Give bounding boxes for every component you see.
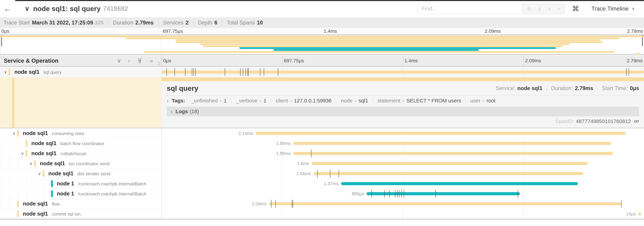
view-selector-button[interactable]: Trace Timeline ∨ (586, 3, 640, 15)
span-id-value: 4877749850101760812 (576, 118, 631, 124)
span-bar[interactable] (269, 202, 622, 205)
logs-count: (18) (190, 108, 199, 114)
page-title: node sql1: sql query (33, 5, 100, 13)
summary-item: Depth6 (193, 20, 222, 26)
back-button[interactable]: ← (0, 0, 15, 17)
tag-key: node (341, 98, 352, 104)
span-bar[interactable] (341, 182, 578, 185)
timeline-cell[interactable]: 1.6ms (162, 158, 644, 168)
span-labels: node 1/cockroach.roachpb.Internal/Batch (57, 191, 161, 197)
log-marker (339, 170, 339, 178)
timeline-cell[interactable] (162, 67, 644, 77)
logs-section-toggle[interactable]: › Logs (18) (167, 107, 639, 116)
span-row[interactable]: ∨node sql1colbatchscan1.85ms (0, 148, 644, 158)
deep-link-icon[interactable] (634, 119, 639, 124)
timeline-cell[interactable]: 2.14ms (162, 128, 644, 138)
chevron-down-icon[interactable]: ∨ (29, 161, 32, 166)
equals-sign: = (482, 98, 485, 104)
span-id-row: SpanID: 4877749850101760812 (167, 116, 639, 126)
tags-list: _unfinished=1_verbose=1client=127.0.0.1:… (186, 98, 500, 104)
chevron-down-icon[interactable]: ∨ (12, 131, 16, 136)
timeline-cell[interactable]: 886μs (162, 189, 644, 199)
log-marker (372, 190, 372, 198)
span-color-bar (26, 150, 28, 157)
timeline-cell[interactable]: 2.04ms (162, 199, 644, 209)
indent-guide (10, 179, 10, 188)
minimap-canvas[interactable] (0, 35, 644, 55)
span-bar[interactable] (293, 142, 611, 145)
tree-cell[interactable]: ∨node sql1dist sender send (0, 168, 162, 179)
detail-meta-item: Duration:2.79ms (546, 85, 598, 92)
tree-cell[interactable]: node 1/cockroach.roachpb.Internal/Batch (0, 179, 162, 189)
timeline-cell[interactable]: 1.85ms (162, 148, 644, 158)
timeline-cell[interactable]: 1.84ms (162, 138, 644, 148)
clear-search-icon[interactable]: × (557, 6, 560, 12)
span-id-label: SpanID: (556, 118, 574, 124)
indent-guide (1, 138, 2, 148)
collapse-one-icon[interactable]: ∨ (117, 58, 121, 64)
span-row[interactable]: node 1/cockroach.roachpb.Internal/Batch8… (0, 189, 644, 199)
span-row[interactable]: node sql1flow2.04ms (0, 199, 644, 209)
expand-all-icon[interactable]: » (150, 58, 153, 64)
span-row[interactable]: node 1/cockroach.roachpb.Internal/Batch1… (0, 179, 644, 189)
expand-one-icon[interactable]: › (128, 58, 130, 64)
timeline-cell[interactable]: 14μs (162, 209, 644, 219)
log-marker (243, 68, 243, 76)
indent-guide (10, 199, 10, 209)
tag-pill[interactable]: node=sql1 (336, 98, 373, 104)
chevron-down-icon[interactable]: ∨ (4, 69, 7, 75)
tree-cell[interactable]: node sql1batch flow coordinator (0, 138, 162, 148)
span-rows-after: ∨node sql1consuming rows2.14msnode sql1b… (0, 128, 644, 219)
keyboard-shortcuts-button[interactable]: ⌘ (569, 3, 582, 15)
search-input[interactable] (418, 3, 522, 14)
axis-tick: 697.75μs (284, 58, 304, 64)
locate-icon[interactable] (526, 6, 532, 12)
span-row[interactable]: ∨node sql1sql query (0, 67, 644, 77)
tree-cell[interactable]: node sql1flow (0, 199, 162, 209)
prev-result-icon[interactable]: ∧ (538, 6, 542, 12)
chevron-down-icon[interactable]: ∨ (38, 171, 41, 176)
equals-sign: = (290, 98, 292, 104)
tag-pill[interactable]: client=127.0.0.1:59936 (271, 98, 336, 104)
span-bar[interactable] (312, 162, 588, 165)
span-bar[interactable] (293, 152, 613, 155)
indent-guide (10, 189, 10, 198)
span-bar[interactable] (638, 212, 641, 215)
span-bar[interactable] (162, 71, 644, 74)
tree-cell[interactable]: ∨node sql1sql query (0, 67, 162, 77)
timeline-cell[interactable]: 1.37ms (162, 179, 644, 189)
collapse-all-icon[interactable]: ≫ (137, 58, 143, 64)
axis-tick: 2.09ms (525, 58, 541, 64)
span-bar[interactable] (162, 77, 644, 81)
column-resize-grip[interactable] (158, 62, 160, 65)
span-row[interactable]: ∨node sql1dist sender send1.56ms (0, 168, 644, 179)
span-row[interactable]: ∨node sql1txn coordinator send1.6ms (0, 158, 644, 168)
tag-pill[interactable]: statement=SELECT * FROM users (373, 98, 466, 104)
meta-label: Service: (496, 85, 515, 92)
span-bar[interactable] (314, 172, 583, 175)
tags-section-toggle[interactable]: › Tags: _unfinished=1_verbose=1client=12… (167, 95, 639, 106)
span-row[interactable]: node sql1commit sql txn14μs (0, 209, 644, 219)
tag-pill[interactable]: user=root (466, 98, 500, 104)
tree-cell[interactable]: node 1/cockroach.roachpb.Internal/Batch (0, 189, 162, 199)
span-bar[interactable] (256, 132, 626, 135)
span-row[interactable]: ∨node sql1consuming rows2.14ms (0, 128, 644, 138)
tag-value: sql1 (358, 98, 368, 104)
axis-tick: 2.79ms (627, 58, 642, 64)
summary-label: Duration (113, 20, 133, 26)
tag-pill[interactable]: _verbose=1 (232, 98, 271, 104)
summary-label: Trace Start (4, 20, 30, 26)
tag-pill[interactable]: _unfinished=1 (186, 98, 231, 104)
next-result-icon[interactable]: ∨ (548, 6, 552, 12)
chevron-down-icon[interactable]: ∨ (25, 5, 29, 12)
tree-cell[interactable]: ∨node sql1txn coordinator send (0, 158, 162, 168)
log-marker (195, 68, 196, 76)
tree-cell[interactable]: ∨node sql1colbatchscan (0, 148, 162, 158)
tree-cell[interactable]: node sql1commit sql txn (0, 209, 162, 219)
timeline-cell[interactable]: 1.56ms (162, 168, 644, 179)
chevron-down-icon[interactable]: ∨ (21, 151, 24, 156)
tree-cell[interactable]: ∨node sql1consuming rows (0, 128, 162, 138)
span-color-bar (17, 200, 19, 207)
span-row[interactable]: node sql1batch flow coordinator1.84ms (0, 138, 644, 148)
tag-key: statement (378, 98, 400, 104)
